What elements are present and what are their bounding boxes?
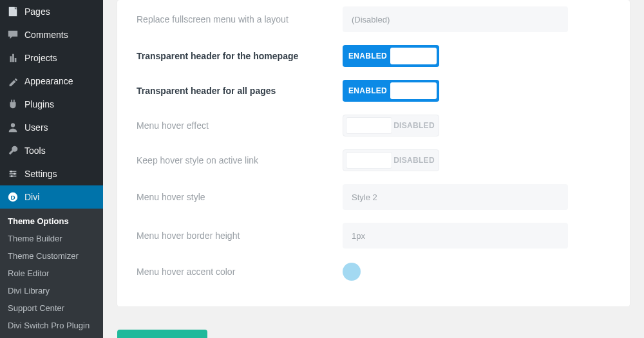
projects-icon — [6, 52, 19, 64]
hover_border-dropdown[interactable]: 1px — [343, 223, 568, 249]
setting-row-hover_color: Menu hover accent color — [137, 255, 611, 288]
sidebar-item-label: Divi — [24, 192, 39, 202]
svg-point-6 — [10, 171, 12, 173]
setting-label: Transparent header for the homepage — [137, 51, 343, 61]
submenu-divi-switch-pro[interactable]: Divi Switch Pro Plugin — [0, 317, 103, 334]
svg-point-7 — [14, 173, 15, 174]
sidebar-item-appearance[interactable]: Appearance — [0, 70, 103, 93]
hover_style-dropdown[interactable]: Style 2 — [343, 184, 568, 210]
setting-row-trans_all: Transparent header for all pagesENABLED — [137, 73, 611, 108]
main-content: Replace fullscreen menu with a layout(Di… — [103, 0, 644, 338]
setting-label: Menu hover accent color — [137, 267, 343, 277]
svg-point-8 — [11, 175, 13, 177]
pages-icon — [6, 5, 19, 18]
toggle-label: DISABLED — [392, 121, 436, 130]
sidebar-item-users[interactable]: Users — [0, 116, 103, 139]
setting-label: Menu hover style — [137, 192, 343, 202]
sidebar-item-label: Projects — [24, 53, 57, 63]
setting-control: ENABLED — [343, 80, 568, 102]
sidebar-item-label: Appearance — [24, 76, 73, 86]
divi-submenu: Theme Options Theme Builder Theme Custom… — [0, 209, 103, 338]
sidebar-item-label: Plugins — [24, 99, 54, 109]
setting-control: DISABLED — [343, 115, 568, 136]
trans_home-toggle[interactable]: ENABLED — [343, 45, 439, 67]
settings-icon — [6, 167, 19, 180]
setting-label: Keep hover style on active link — [137, 155, 343, 165]
hover_effect-toggle[interactable]: DISABLED — [343, 115, 439, 136]
sidebar-item-projects[interactable]: Projects — [0, 46, 103, 70]
sidebar-item-divi[interactable]: D Divi — [0, 185, 103, 209]
sidebar-item-pages[interactable]: Pages — [0, 0, 103, 23]
sidebar-menu-2: Appearance Plugins Users Tools Settings … — [0, 70, 103, 209]
settings-panel: Replace fullscreen menu with a layout(Di… — [117, 0, 630, 306]
comments-icon — [6, 28, 19, 41]
setting-label: Menu hover effect — [137, 120, 343, 131]
submenu-theme-customizer[interactable]: Theme Customizer — [0, 247, 103, 265]
hover_color-colorpicker[interactable] — [343, 263, 361, 281]
setting-row-replace_menu: Replace fullscreen menu with a layout(Di… — [137, 0, 611, 39]
submenu-theme-options[interactable]: Theme Options — [0, 212, 103, 230]
svg-point-2 — [11, 123, 15, 127]
setting-row-hover_style: Menu hover styleStyle 2 — [137, 178, 611, 216]
toggle-knob — [390, 82, 437, 99]
sidebar-item-settings[interactable]: Settings — [0, 162, 103, 185]
toggle-label: DISABLED — [392, 156, 436, 165]
sidebar-item-label: Tools — [24, 146, 46, 156]
svg-rect-5 — [10, 176, 17, 177]
toggle-label: ENABLED — [345, 52, 390, 61]
sidebar-item-label: Users — [24, 122, 48, 133]
submenu-support-center[interactable]: Support Center — [0, 299, 103, 317]
setting-label: Transparent header for all pages — [137, 86, 343, 96]
save-changes-button[interactable]: Save Changes — [117, 330, 207, 338]
admin-sidebar: Pages Comments Projects Appearance Plugi… — [0, 0, 103, 338]
setting-row-hover_border: Menu hover border height1px — [137, 216, 611, 255]
hover_active-toggle[interactable]: DISABLED — [343, 149, 439, 171]
users-icon — [6, 121, 19, 134]
sidebar-item-label: Settings — [24, 169, 57, 179]
divi-icon: D — [6, 191, 19, 203]
sidebar-item-plugins[interactable]: Plugins — [0, 93, 103, 116]
sidebar-menu: Pages Comments Projects — [0, 0, 103, 70]
svg-text:D: D — [10, 194, 15, 201]
sidebar-item-label: Pages — [24, 6, 50, 17]
setting-control: 1px — [343, 223, 568, 249]
setting-row-hover_effect: Menu hover effectDISABLED — [137, 108, 611, 143]
submenu-role-editor[interactable]: Role Editor — [0, 265, 103, 282]
setting-control: Style 2 — [343, 184, 568, 210]
trans_all-toggle[interactable]: ENABLED — [343, 80, 439, 102]
tools-icon — [6, 144, 19, 157]
setting-control: (Disabled) — [343, 6, 568, 32]
replace_menu-dropdown[interactable]: (Disabled) — [343, 6, 568, 32]
sidebar-item-label: Comments — [24, 30, 68, 40]
setting-control: ENABLED — [343, 45, 568, 67]
submenu-divi-library[interactable]: Divi Library — [0, 282, 103, 299]
sidebar-item-tools[interactable]: Tools — [0, 139, 103, 162]
toggle-knob — [346, 152, 392, 169]
appearance-icon — [6, 75, 19, 88]
toggle-knob — [390, 48, 437, 64]
sidebar-item-comments[interactable]: Comments — [0, 23, 103, 46]
toggle-knob — [346, 117, 392, 134]
setting-control: DISABLED — [343, 149, 568, 171]
toggle-label: ENABLED — [345, 86, 390, 95]
plugins-icon — [6, 98, 19, 111]
setting-control — [343, 263, 568, 281]
submenu-theme-builder[interactable]: Theme Builder — [0, 230, 103, 247]
setting-label: Menu hover border height — [137, 230, 343, 241]
setting-row-hover_active: Keep hover style on active linkDISABLED — [137, 143, 611, 178]
setting-row-trans_home: Transparent header for the homepageENABL… — [137, 39, 611, 73]
setting-label: Replace fullscreen menu with a layout — [137, 14, 343, 24]
